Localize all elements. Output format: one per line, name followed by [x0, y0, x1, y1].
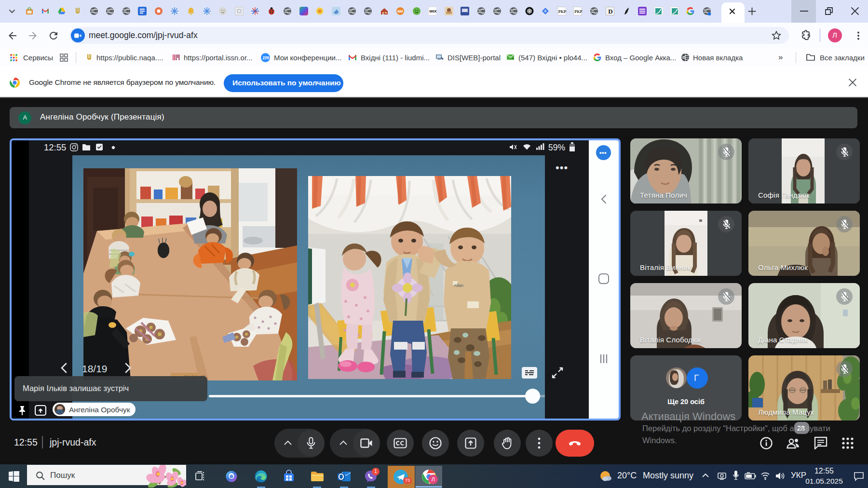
svg-text:BM: BM	[398, 9, 404, 14]
svg-text:Allan: Allan	[454, 283, 463, 288]
